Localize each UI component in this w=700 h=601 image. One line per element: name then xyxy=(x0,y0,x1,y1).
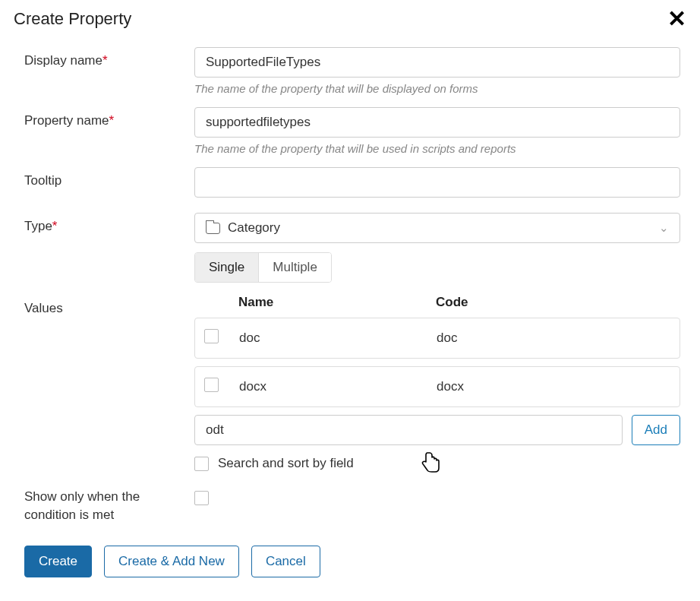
add-button[interactable]: Add xyxy=(632,415,680,445)
tooltip-input[interactable] xyxy=(194,167,680,198)
chevron-down-icon: ⌄ xyxy=(659,221,669,235)
add-value-input[interactable] xyxy=(194,415,623,445)
label-tooltip: Tooltip xyxy=(14,167,194,188)
label-condition: Show only when the condition is met xyxy=(14,486,194,524)
row-checkbox[interactable] xyxy=(204,329,219,343)
required-marker: * xyxy=(102,53,108,68)
dialog-footer: Create Create & Add New Cancel xyxy=(14,546,686,577)
values-row-code: doc xyxy=(437,331,680,346)
values-row: doc doc xyxy=(194,318,680,359)
values-header-name: Name xyxy=(238,295,436,310)
type-select-value: Category xyxy=(228,220,280,236)
cancel-button[interactable]: Cancel xyxy=(251,546,320,577)
label-property-name: Property name* xyxy=(14,107,194,128)
property-name-helper: The name of the property that will be us… xyxy=(194,142,680,155)
search-sort-row: Search and sort by field xyxy=(194,456,680,471)
values-header: Name Code xyxy=(194,295,680,318)
type-cardinality-toggle: Single Multiple xyxy=(194,252,332,283)
values-row-name: docx xyxy=(239,379,437,394)
row-type: Type* Category ⌄ Single Multiple xyxy=(14,213,686,283)
display-name-input[interactable] xyxy=(194,47,680,77)
row-checkbox[interactable] xyxy=(204,378,219,392)
folder-icon xyxy=(206,223,220,234)
row-condition: Show only when the condition is met xyxy=(14,486,686,524)
create-add-new-button[interactable]: Create & Add New xyxy=(104,546,239,577)
required-marker: * xyxy=(109,113,115,128)
toggle-single[interactable]: Single xyxy=(195,253,258,282)
toggle-multiple[interactable]: Multiple xyxy=(258,253,331,282)
row-property-name: Property name* The name of the property … xyxy=(14,107,686,155)
label-type: Type* xyxy=(14,213,194,234)
dialog-title: Create Property xyxy=(14,9,131,29)
row-tooltip: Tooltip xyxy=(14,167,686,198)
condition-checkbox[interactable] xyxy=(194,491,209,505)
display-name-helper: The name of the property that will be di… xyxy=(194,82,680,95)
required-marker: * xyxy=(52,219,58,233)
values-row-code: docx xyxy=(437,379,680,394)
values-row-name: doc xyxy=(239,331,437,346)
values-header-code: Code xyxy=(436,295,680,310)
add-value-row: Add xyxy=(194,415,680,445)
search-sort-label: Search and sort by field xyxy=(218,456,354,471)
search-sort-checkbox[interactable] xyxy=(194,457,209,471)
row-values: Values Name Code doc doc docx docx Add S… xyxy=(14,295,686,471)
dialog-header: Create Property ✕ xyxy=(14,8,686,30)
values-row: docx docx xyxy=(194,366,680,407)
label-values: Values xyxy=(14,295,194,316)
type-select[interactable]: Category ⌄ xyxy=(194,213,680,243)
property-name-input[interactable] xyxy=(194,107,680,138)
close-icon[interactable]: ✕ xyxy=(667,8,686,30)
create-button[interactable]: Create xyxy=(24,546,92,577)
label-display-name: Display name* xyxy=(14,47,194,68)
row-display-name: Display name* The name of the property t… xyxy=(14,47,686,95)
